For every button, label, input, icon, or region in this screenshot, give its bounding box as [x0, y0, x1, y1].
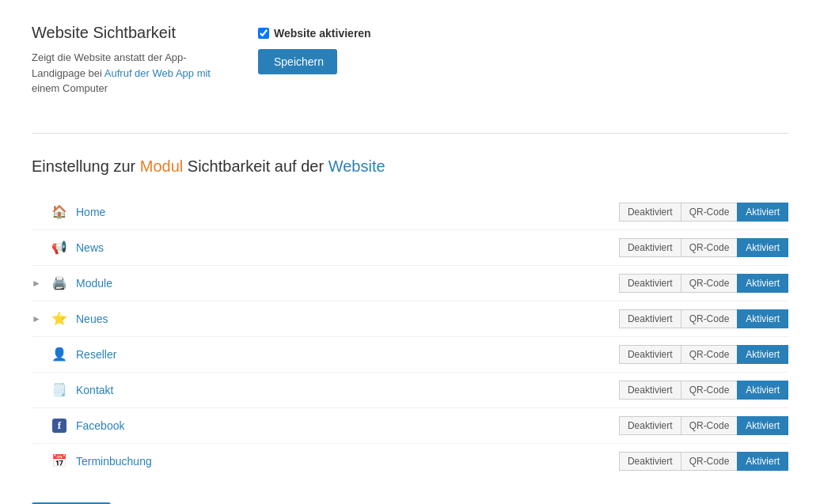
module-list: 🏠HomeDeaktiviertQR-CodeAktiviert📢NewsDea… — [32, 195, 788, 479]
module-item-news: 📢NewsDeaktiviertQR-CodeAktiviert — [32, 230, 788, 266]
terminbuchung-icon: 📅 — [47, 453, 71, 468]
ctrl-aktiviert-facebook[interactable]: Aktiviert — [737, 416, 788, 435]
ctrl-deaktiviert-home[interactable]: Deaktiviert — [619, 203, 681, 222]
expand-arrow-module[interactable]: ► — [32, 278, 47, 289]
ctrl-qrcode-module[interactable]: QR-Code — [681, 274, 738, 293]
title-part1: Einstellung zur — [32, 157, 140, 175]
checkbox-text: Website aktivieren — [274, 27, 371, 40]
website-aktivieren-checkbox[interactable] — [258, 28, 269, 39]
item-controls-home: DeaktiviertQR-CodeAktiviert — [619, 203, 788, 222]
ctrl-deaktiviert-kontakt[interactable]: Deaktiviert — [619, 381, 681, 400]
ctrl-qrcode-kontakt[interactable]: QR-Code — [681, 381, 738, 400]
kontakt-icon: 🗒️ — [47, 382, 71, 397]
ctrl-qrcode-neues[interactable]: QR-Code — [681, 309, 738, 328]
item-label-kontakt[interactable]: Kontakt — [76, 384, 619, 396]
item-controls-news: DeaktiviertQR-CodeAktiviert — [619, 238, 788, 257]
highlight-text: Aufruf der Web App mit — [104, 67, 211, 79]
ctrl-qrcode-facebook[interactable]: QR-Code — [681, 416, 738, 435]
module-icon: 🖨️ — [47, 275, 71, 290]
title-orange: Modul — [140, 157, 183, 175]
module-item-module: ►🖨️ModuleDeaktiviertQR-CodeAktiviert — [32, 266, 788, 301]
ctrl-qrcode-reseller[interactable]: QR-Code — [681, 345, 738, 364]
module-item-reseller: 👤ResellerDeaktiviertQR-CodeAktiviert — [32, 337, 788, 373]
website-aktivieren-label[interactable]: Website aktivieren — [258, 27, 371, 40]
module-item-home: 🏠HomeDeaktiviertQR-CodeAktiviert — [32, 195, 788, 230]
reseller-icon: 👤 — [47, 347, 71, 362]
item-controls-module: DeaktiviertQR-CodeAktiviert — [619, 274, 788, 293]
ctrl-aktiviert-news[interactable]: Aktiviert — [737, 238, 788, 257]
ctrl-deaktiviert-module[interactable]: Deaktiviert — [619, 274, 681, 293]
ctrl-aktiviert-module[interactable]: Aktiviert — [737, 274, 788, 293]
item-label-module[interactable]: Module — [76, 277, 619, 290]
ctrl-qrcode-home[interactable]: QR-Code — [681, 203, 738, 222]
item-controls-reseller: DeaktiviertQR-CodeAktiviert — [619, 345, 788, 364]
item-controls-neues: DeaktiviertQR-CodeAktiviert — [619, 309, 788, 328]
neues-icon: ⭐ — [47, 311, 71, 326]
title-part2: Sichtbarkeit auf der — [183, 157, 328, 175]
expand-arrow-neues[interactable]: ► — [32, 313, 47, 324]
item-controls-kontakt: DeaktiviertQR-CodeAktiviert — [619, 381, 788, 400]
home-icon: 🏠 — [47, 204, 71, 219]
ctrl-aktiviert-terminbuchung[interactable]: Aktiviert — [737, 452, 788, 471]
section-divider — [32, 133, 788, 134]
top-save-button[interactable]: Speichern — [258, 49, 337, 74]
title-blue: Website — [328, 157, 385, 175]
item-label-neues[interactable]: Neues — [76, 313, 619, 325]
news-icon: 📢 — [47, 240, 71, 255]
ctrl-aktiviert-home[interactable]: Aktiviert — [737, 203, 788, 222]
module-item-kontakt: 🗒️KontaktDeaktiviertQR-CodeAktiviert — [32, 373, 788, 408]
item-controls-terminbuchung: DeaktiviertQR-CodeAktiviert — [619, 452, 788, 471]
item-label-facebook[interactable]: Facebook — [76, 419, 619, 432]
ctrl-deaktiviert-neues[interactable]: Deaktiviert — [619, 309, 681, 328]
item-label-terminbuchung[interactable]: Terminbuchung — [76, 455, 619, 468]
ctrl-deaktiviert-reseller[interactable]: Deaktiviert — [619, 345, 681, 364]
item-label-home[interactable]: Home — [76, 206, 619, 218]
website-sichtbarkeit-title: Website Sichtbarkeit — [32, 24, 211, 42]
ctrl-aktiviert-neues[interactable]: Aktiviert — [737, 309, 788, 328]
module-item-neues: ►⭐NeuesDeaktiviertQR-CodeAktiviert — [32, 301, 788, 337]
ctrl-deaktiviert-facebook[interactable]: Deaktiviert — [619, 416, 681, 435]
ctrl-qrcode-terminbuchung[interactable]: QR-Code — [681, 452, 738, 471]
module-section: Einstellung zur Modul Sichtbarkeit auf d… — [32, 157, 788, 505]
section-description: Zeigt die Website anstatt der App- Landi… — [32, 50, 211, 97]
item-controls-facebook: DeaktiviertQR-CodeAktiviert — [619, 416, 788, 435]
top-right: Website aktivieren Speichern — [258, 27, 371, 74]
facebook-icon: f — [47, 419, 71, 433]
module-section-title: Einstellung zur Modul Sichtbarkeit auf d… — [32, 157, 788, 176]
ctrl-deaktiviert-news[interactable]: Deaktiviert — [619, 238, 681, 257]
module-item-terminbuchung: 📅TerminbuchungDeaktiviertQR-CodeAktivier… — [32, 444, 788, 479]
module-item-facebook: fFacebookDeaktiviertQR-CodeAktiviert — [32, 408, 788, 444]
item-label-news[interactable]: News — [76, 241, 619, 254]
ctrl-deaktiviert-terminbuchung[interactable]: Deaktiviert — [619, 452, 681, 471]
top-left: Website Sichtbarkeit Zeigt die Website a… — [32, 24, 211, 109]
ctrl-aktiviert-kontakt[interactable]: Aktiviert — [737, 381, 788, 400]
item-label-reseller[interactable]: Reseller — [76, 348, 619, 361]
facebook-icon-inner: f — [52, 419, 66, 433]
ctrl-qrcode-news[interactable]: QR-Code — [681, 238, 738, 257]
top-section: Website Sichtbarkeit Zeigt die Website a… — [32, 24, 788, 109]
ctrl-aktiviert-reseller[interactable]: Aktiviert — [737, 345, 788, 364]
